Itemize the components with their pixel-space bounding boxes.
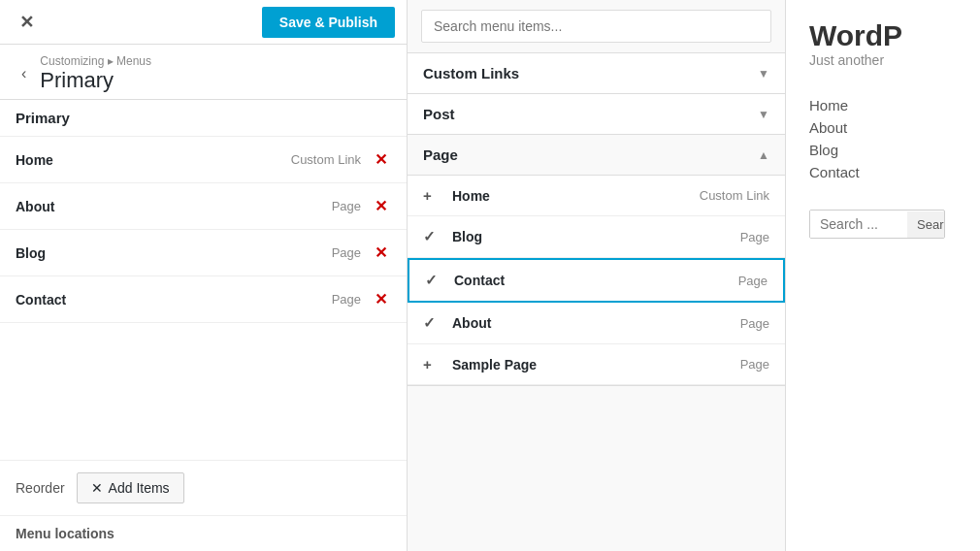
chevron-down-icon: ▼ [758, 108, 769, 121]
wp-nav-home[interactable]: Home [809, 97, 957, 113]
page-item-contact[interactable]: ✓ Contact Page [408, 258, 785, 303]
page-item-about[interactable]: ✓ About Page [408, 303, 785, 344]
accordion-custom-links: Custom Links ▼ [408, 53, 785, 94]
menu-item-type: Page [332, 292, 361, 307]
page-item-name: Sample Page [452, 357, 740, 373]
wp-site-tagline: Just another [809, 52, 957, 68]
breadcrumb-area: ‹ Customizing ▸ Menus Primary [0, 45, 407, 100]
page-item-sample[interactable]: + Sample Page Page [408, 344, 785, 385]
add-items-button[interactable]: ✕ Add Items [77, 472, 184, 503]
check-icon: ✓ [423, 314, 442, 332]
menu-label: Primary [0, 100, 407, 137]
search-wrapper [408, 0, 785, 53]
menu-item-title: Home [16, 152, 291, 168]
accordion-header-page[interactable]: Page ▲ [408, 135, 785, 176]
page-item-type: Page [740, 316, 769, 331]
wp-search-box: Search [809, 210, 945, 239]
wp-search-input[interactable] [810, 211, 907, 238]
back-button[interactable]: ‹ [16, 63, 32, 84]
page-item-name: Home [452, 188, 700, 204]
close-button[interactable]: ✕ [12, 8, 42, 37]
check-icon: ✓ [425, 272, 444, 289]
chevron-down-icon: ▼ [758, 67, 769, 81]
menu-item-title: About [16, 199, 332, 214]
wp-site-title: WordP [809, 19, 957, 52]
menu-locations-label: Menu locations [0, 515, 407, 551]
menu-item-type: Custom Link [291, 152, 361, 167]
menu-items-list: Home Custom Link ✕ About Page ✕ Blog Pag… [0, 137, 407, 460]
accordion-label-custom-links: Custom Links [423, 65, 519, 81]
chevron-up-icon: ▲ [758, 148, 769, 162]
menu-item-home[interactable]: Home Custom Link ✕ [0, 137, 407, 183]
bottom-actions: Reorder ✕ Add Items [0, 460, 407, 515]
wordpress-preview: WordP Just another Home About Blog Conta… [786, 0, 980, 551]
plus-icon: + [423, 356, 442, 373]
menu-item-type: Page [332, 199, 361, 213]
add-items-label: Add Items [109, 480, 170, 496]
wp-nav-about[interactable]: About [809, 119, 957, 136]
wp-search-button[interactable]: Search [907, 211, 945, 238]
menu-item-contact[interactable]: Contact Page ✕ [0, 276, 407, 323]
middle-panel: Custom Links ▼ Post ▼ Page ▲ + Home Cust… [408, 0, 786, 551]
page-title: Primary [40, 68, 151, 93]
remove-home-button[interactable]: ✕ [371, 148, 391, 171]
menu-item-title: Blog [16, 245, 332, 261]
plus-icon: + [423, 187, 442, 204]
accordion-header-custom-links[interactable]: Custom Links ▼ [408, 53, 785, 93]
remove-about-button[interactable]: ✕ [371, 195, 391, 217]
top-bar: ✕ Save & Publish [0, 0, 407, 45]
accordion-header-post[interactable]: Post ▼ [408, 94, 785, 134]
wp-navigation: Home About Blog Contact [809, 97, 957, 180]
check-icon: ✓ [423, 228, 442, 245]
page-items-list: + Home Custom Link ✓ Blog Page ✓ Contact… [408, 176, 785, 385]
accordion-page: Page ▲ + Home Custom Link ✓ Blog Page ✓ … [408, 135, 785, 386]
accordion-label-post: Post [423, 106, 455, 122]
page-item-type: Page [740, 357, 769, 372]
accordion-label-page: Page [423, 146, 458, 163]
remove-contact-button[interactable]: ✕ [371, 288, 391, 310]
breadcrumb: Customizing ▸ Menus [40, 54, 151, 68]
page-item-home[interactable]: + Home Custom Link [408, 176, 785, 216]
remove-blog-button[interactable]: ✕ [371, 242, 391, 264]
menu-item-type: Page [332, 245, 361, 260]
menu-item-title: Contact [16, 292, 332, 308]
add-items-icon: ✕ [91, 480, 103, 496]
menu-item-blog[interactable]: Blog Page ✕ [0, 230, 407, 276]
page-item-type: Custom Link [700, 188, 769, 203]
reorder-button[interactable]: Reorder [16, 480, 65, 496]
page-item-name: Blog [452, 229, 740, 244]
menu-item-about[interactable]: About Page ✕ [0, 183, 407, 230]
page-item-blog[interactable]: ✓ Blog Page [408, 216, 785, 258]
wp-nav-contact[interactable]: Contact [809, 164, 957, 180]
search-input[interactable] [421, 10, 771, 43]
page-item-name: About [452, 315, 740, 331]
accordion-post: Post ▼ [408, 94, 785, 135]
page-item-name: Contact [454, 273, 738, 288]
wp-nav-blog[interactable]: Blog [809, 142, 957, 158]
page-item-type: Page [740, 230, 769, 244]
page-item-type: Page [738, 274, 768, 288]
left-panel: ✕ Save & Publish ‹ Customizing ▸ Menus P… [0, 0, 408, 551]
save-publish-button[interactable]: Save & Publish [262, 7, 395, 38]
